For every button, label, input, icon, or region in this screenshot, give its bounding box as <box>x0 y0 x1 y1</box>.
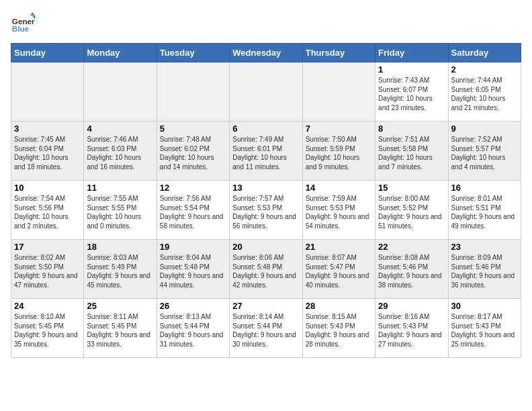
page-header: General Blue <box>11 11 521 35</box>
calendar-cell: 1Sunrise: 7:43 AM Sunset: 6:07 PM Daylig… <box>375 62 448 122</box>
day-number: 30 <box>451 301 518 311</box>
day-number: 4 <box>87 124 153 134</box>
day-number: 17 <box>14 242 81 252</box>
day-info: Sunrise: 7:54 AM Sunset: 5:56 PM Dayligh… <box>14 194 81 230</box>
calendar-cell: 15Sunrise: 8:00 AM Sunset: 5:52 PM Dayli… <box>375 181 448 240</box>
logo-icon: General Blue <box>11 11 35 35</box>
calendar-cell: 11Sunrise: 7:55 AM Sunset: 5:55 PM Dayli… <box>84 181 157 240</box>
day-info: Sunrise: 8:04 AM Sunset: 5:48 PM Dayligh… <box>160 253 226 289</box>
calendar-cell: 14Sunrise: 7:59 AM Sunset: 5:53 PM Dayli… <box>302 181 375 240</box>
week-row-5: 24Sunrise: 8:10 AM Sunset: 5:45 PM Dayli… <box>11 299 521 358</box>
calendar-cell: 7Sunrise: 7:50 AM Sunset: 5:59 PM Daylig… <box>302 122 375 181</box>
day-number: 14 <box>306 183 372 193</box>
header-wednesday: Wednesday <box>230 44 302 62</box>
calendar-cell: 2Sunrise: 7:44 AM Sunset: 6:05 PM Daylig… <box>448 62 521 122</box>
day-number: 20 <box>232 242 299 252</box>
calendar-cell: 20Sunrise: 8:06 AM Sunset: 5:48 PM Dayli… <box>230 240 302 299</box>
calendar-cell: 5Sunrise: 7:48 AM Sunset: 6:02 PM Daylig… <box>157 122 229 181</box>
calendar-cell: 13Sunrise: 7:57 AM Sunset: 5:53 PM Dayli… <box>230 181 302 240</box>
calendar-cell: 28Sunrise: 8:15 AM Sunset: 5:43 PM Dayli… <box>302 299 375 358</box>
calendar-cell: 6Sunrise: 7:49 AM Sunset: 6:01 PM Daylig… <box>230 122 302 181</box>
day-info: Sunrise: 8:11 AM Sunset: 5:45 PM Dayligh… <box>87 312 153 349</box>
day-number: 5 <box>160 124 226 134</box>
calendar-cell: 4Sunrise: 7:46 AM Sunset: 6:03 PM Daylig… <box>84 122 157 181</box>
day-info: Sunrise: 8:08 AM Sunset: 5:46 PM Dayligh… <box>378 253 445 289</box>
svg-text:Blue: Blue <box>12 24 30 33</box>
day-number: 10 <box>14 183 81 193</box>
day-info: Sunrise: 7:52 AM Sunset: 5:57 PM Dayligh… <box>451 135 518 171</box>
day-info: Sunrise: 8:02 AM Sunset: 5:50 PM Dayligh… <box>14 253 81 289</box>
day-info: Sunrise: 8:09 AM Sunset: 5:46 PM Dayligh… <box>451 253 518 289</box>
day-number: 6 <box>232 124 299 134</box>
day-info: Sunrise: 8:07 AM Sunset: 5:47 PM Dayligh… <box>306 253 372 289</box>
day-number: 26 <box>160 301 226 311</box>
calendar-cell: 18Sunrise: 8:03 AM Sunset: 5:49 PM Dayli… <box>84 240 157 299</box>
calendar-cell: 27Sunrise: 8:14 AM Sunset: 5:44 PM Dayli… <box>230 299 302 358</box>
svg-marker-2 <box>30 12 35 15</box>
calendar-cell: 12Sunrise: 7:56 AM Sunset: 5:54 PM Dayli… <box>157 181 229 240</box>
header-saturday: Saturday <box>448 44 521 62</box>
calendar-cell: 17Sunrise: 8:02 AM Sunset: 5:50 PM Dayli… <box>11 240 84 299</box>
calendar-cell: 8Sunrise: 7:51 AM Sunset: 5:58 PM Daylig… <box>375 122 448 181</box>
day-info: Sunrise: 8:16 AM Sunset: 5:43 PM Dayligh… <box>378 312 445 349</box>
day-info: Sunrise: 8:14 AM Sunset: 5:44 PM Dayligh… <box>232 312 299 349</box>
day-number: 23 <box>451 242 518 252</box>
day-number: 25 <box>87 301 153 311</box>
day-info: Sunrise: 8:17 AM Sunset: 5:43 PM Dayligh… <box>451 312 518 349</box>
calendar-table: SundayMondayTuesdayWednesdayThursdayFrid… <box>11 43 521 358</box>
week-row-1: 1Sunrise: 7:43 AM Sunset: 6:07 PM Daylig… <box>11 62 521 122</box>
calendar-cell <box>302 62 375 122</box>
day-info: Sunrise: 8:00 AM Sunset: 5:52 PM Dayligh… <box>378 194 445 230</box>
calendar-header: SundayMondayTuesdayWednesdayThursdayFrid… <box>11 44 521 62</box>
calendar-cell: 10Sunrise: 7:54 AM Sunset: 5:56 PM Dayli… <box>11 181 84 240</box>
calendar-body: 1Sunrise: 7:43 AM Sunset: 6:07 PM Daylig… <box>11 62 521 358</box>
day-number: 3 <box>14 124 81 134</box>
day-number: 7 <box>306 124 372 134</box>
calendar-cell: 19Sunrise: 8:04 AM Sunset: 5:48 PM Dayli… <box>157 240 229 299</box>
day-info: Sunrise: 8:15 AM Sunset: 5:43 PM Dayligh… <box>306 312 372 349</box>
day-info: Sunrise: 7:59 AM Sunset: 5:53 PM Dayligh… <box>306 194 372 230</box>
day-number: 18 <box>87 242 153 252</box>
day-info: Sunrise: 7:50 AM Sunset: 5:59 PM Dayligh… <box>306 135 372 171</box>
header-monday: Monday <box>84 44 157 62</box>
day-info: Sunrise: 7:51 AM Sunset: 5:58 PM Dayligh… <box>378 135 445 171</box>
calendar-cell <box>84 62 157 122</box>
header-tuesday: Tuesday <box>157 44 229 62</box>
day-number: 19 <box>160 242 226 252</box>
day-info: Sunrise: 8:06 AM Sunset: 5:48 PM Dayligh… <box>232 253 299 289</box>
calendar-cell: 24Sunrise: 8:10 AM Sunset: 5:45 PM Dayli… <box>11 299 84 358</box>
calendar-cell: 29Sunrise: 8:16 AM Sunset: 5:43 PM Dayli… <box>375 299 448 358</box>
day-number: 12 <box>160 183 226 193</box>
day-number: 11 <box>87 183 153 193</box>
day-info: Sunrise: 8:10 AM Sunset: 5:45 PM Dayligh… <box>14 312 81 349</box>
day-info: Sunrise: 8:13 AM Sunset: 5:44 PM Dayligh… <box>160 312 226 349</box>
day-info: Sunrise: 7:48 AM Sunset: 6:02 PM Dayligh… <box>160 135 226 171</box>
day-number: 22 <box>378 242 445 252</box>
day-number: 8 <box>378 124 445 134</box>
day-info: Sunrise: 7:44 AM Sunset: 6:05 PM Dayligh… <box>451 76 518 112</box>
day-number: 28 <box>306 301 372 311</box>
day-number: 15 <box>378 183 445 193</box>
calendar-cell: 30Sunrise: 8:17 AM Sunset: 5:43 PM Dayli… <box>448 299 521 358</box>
calendar-cell: 3Sunrise: 7:45 AM Sunset: 6:04 PM Daylig… <box>11 122 84 181</box>
day-info: Sunrise: 8:01 AM Sunset: 5:51 PM Dayligh… <box>451 194 518 230</box>
header-sunday: Sunday <box>11 44 84 62</box>
calendar-cell <box>157 62 229 122</box>
day-number: 13 <box>232 183 299 193</box>
calendar-cell: 23Sunrise: 8:09 AM Sunset: 5:46 PM Dayli… <box>448 240 521 299</box>
week-row-3: 10Sunrise: 7:54 AM Sunset: 5:56 PM Dayli… <box>11 181 521 240</box>
calendar-cell: 21Sunrise: 8:07 AM Sunset: 5:47 PM Dayli… <box>302 240 375 299</box>
calendar-cell: 26Sunrise: 8:13 AM Sunset: 5:44 PM Dayli… <box>157 299 229 358</box>
day-info: Sunrise: 7:55 AM Sunset: 5:55 PM Dayligh… <box>87 194 153 230</box>
day-info: Sunrise: 7:57 AM Sunset: 5:53 PM Dayligh… <box>232 194 299 230</box>
day-info: Sunrise: 7:45 AM Sunset: 6:04 PM Dayligh… <box>14 135 81 171</box>
day-info: Sunrise: 8:03 AM Sunset: 5:49 PM Dayligh… <box>87 253 153 289</box>
day-number: 9 <box>451 124 518 134</box>
day-info: Sunrise: 7:46 AM Sunset: 6:03 PM Dayligh… <box>87 135 153 171</box>
days-of-week-row: SundayMondayTuesdayWednesdayThursdayFrid… <box>11 44 521 62</box>
day-number: 1 <box>378 64 445 75</box>
week-row-4: 17Sunrise: 8:02 AM Sunset: 5:50 PM Dayli… <box>11 240 521 299</box>
day-number: 24 <box>14 301 81 311</box>
logo: General Blue <box>11 11 35 35</box>
day-info: Sunrise: 7:43 AM Sunset: 6:07 PM Dayligh… <box>378 76 445 112</box>
